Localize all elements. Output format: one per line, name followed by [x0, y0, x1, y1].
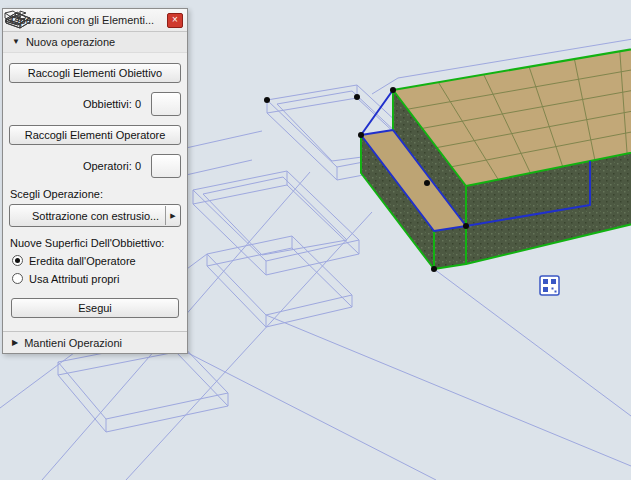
close-button[interactable]: ×	[167, 13, 183, 28]
section-header-new-operation[interactable]: ▼ Nuova operazione	[3, 32, 187, 53]
radio-inherit-operator[interactable]: Eredita dall'Operatore	[12, 253, 181, 268]
radio-selected-icon[interactable]	[12, 255, 23, 266]
radio-inherit-label: Eredita dall'Operatore	[29, 255, 136, 267]
collect-target-elements-button[interactable]: Raccogli Elementi Obiettivo	[9, 63, 181, 83]
solid-operations-palette: Operazioni con gli Elementi... × ▼ Nuova…	[2, 8, 188, 354]
app-window: Operazioni con gli Elementi... × ▼ Nuova…	[0, 0, 631, 480]
radio-own-attributes[interactable]: Usa Attributi propri	[12, 271, 181, 286]
radio-own-label: Usa Attributi propri	[29, 273, 119, 285]
operators-row: Operatori: 0	[9, 154, 181, 178]
pick-operator-button[interactable]	[151, 154, 181, 178]
pick-target-button[interactable]	[151, 92, 181, 116]
section-keep-operations-label: Mantieni Operazioni	[24, 337, 122, 349]
collapse-collapsed-icon: ▶	[12, 339, 18, 347]
section-new-operation-label: Nuova operazione	[26, 36, 115, 48]
palette-title: Operazioni con gli Elementi...	[11, 14, 163, 26]
collect-operator-elements-button[interactable]: Raccogli Elementi Operatore	[9, 125, 181, 145]
info-grid-icon[interactable]	[540, 276, 559, 295]
operators-count-label: Operatori: 0	[43, 160, 151, 172]
operation-value: Sottrazione con estrusio...	[32, 210, 165, 222]
section-header-keep-operations[interactable]: ▶ Mantieni Operazioni	[3, 331, 187, 353]
collapse-expanded-icon: ▼	[12, 38, 20, 46]
choose-operation-label: Scegli Operazione:	[10, 188, 181, 200]
selected-slab	[361, 47, 631, 269]
targets-count-label: Obbiettivi: 0	[43, 98, 151, 110]
radio-unselected-icon[interactable]	[12, 273, 23, 284]
execute-button[interactable]: Esegui	[11, 298, 179, 318]
dropdown-arrow-icon[interactable]: ▶	[165, 206, 180, 225]
new-surfaces-label: Nuove Superfici Dell'Obbiettivo:	[10, 237, 181, 249]
targets-row: Obbiettivi: 0	[9, 92, 181, 116]
operation-dropdown[interactable]: Sottrazione con estrusio... ▶	[9, 204, 181, 227]
palette-body: Raccogli Elementi Obiettivo Obbiettivi: …	[3, 53, 187, 318]
